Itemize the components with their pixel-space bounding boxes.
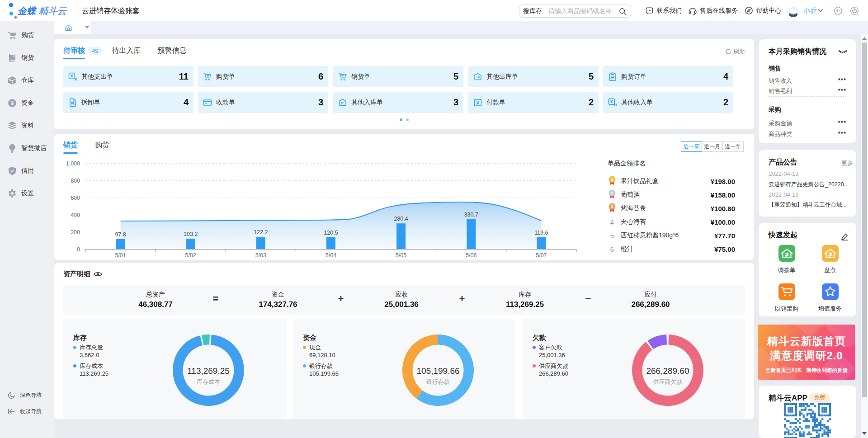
svg-text:97.8: 97.8 bbox=[115, 231, 126, 238]
svg-text:1,000: 1,000 bbox=[66, 160, 80, 167]
svg-text:119.6: 119.6 bbox=[534, 230, 548, 236]
svg-text:600: 600 bbox=[71, 195, 80, 201]
svg-text:1: 1 bbox=[611, 177, 613, 182]
svg-text:103.2: 103.2 bbox=[184, 231, 198, 237]
svg-text:122.2: 122.2 bbox=[254, 229, 268, 235]
svg-text:800: 800 bbox=[71, 178, 80, 184]
svg-text:5/03: 5/03 bbox=[255, 252, 266, 259]
svg-text:3: 3 bbox=[611, 204, 613, 209]
svg-text:120.5: 120.5 bbox=[324, 230, 338, 236]
svg-text:2: 2 bbox=[611, 191, 613, 195]
svg-text:5/02: 5/02 bbox=[185, 252, 196, 259]
svg-text:280.4: 280.4 bbox=[394, 216, 408, 222]
svg-text:400: 400 bbox=[71, 212, 80, 218]
svg-text:330.7: 330.7 bbox=[464, 212, 478, 218]
svg-text:5/05: 5/05 bbox=[396, 252, 406, 259]
svg-text:200: 200 bbox=[71, 229, 80, 235]
svg-text:5/01: 5/01 bbox=[115, 252, 126, 259]
svg-text:0: 0 bbox=[77, 246, 80, 253]
svg-text:5/06: 5/06 bbox=[466, 252, 476, 259]
svg-text:5/04: 5/04 bbox=[326, 252, 336, 259]
svg-text:5/07: 5/07 bbox=[536, 252, 547, 259]
